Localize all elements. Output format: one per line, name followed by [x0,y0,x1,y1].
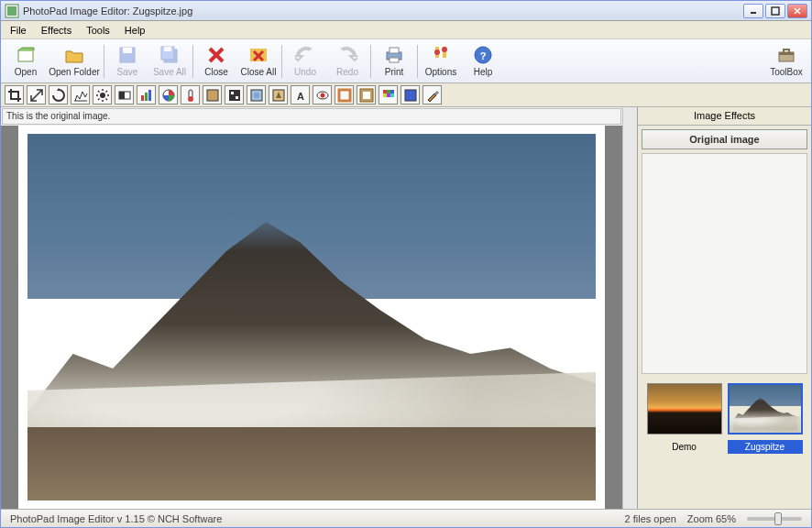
help-icon: ? [473,45,493,65]
photo-image [27,134,596,500]
contrast-tool[interactable] [115,85,134,104]
crop-tool[interactable] [5,85,24,104]
menu-effects[interactable]: Effects [34,23,79,38]
filter-sharpen-tool[interactable] [269,85,288,104]
options-button[interactable]: Options [420,41,462,82]
svg-rect-8 [123,48,132,53]
status-zoom: Zoom 65% [682,513,741,524]
status-files-open: 2 files open [620,513,682,524]
svg-rect-40 [141,95,144,101]
close-file-button[interactable]: Close [195,41,237,82]
svg-rect-60 [387,90,390,94]
vertical-scrollbar[interactable] [622,107,637,509]
svg-text:?: ? [480,50,487,61]
hue-tool[interactable] [159,85,178,104]
save-icon [117,45,137,65]
close-x-icon [206,45,226,65]
save-all-button[interactable]: Save All [148,41,191,82]
redo-icon [337,45,357,65]
svg-rect-61 [390,90,394,94]
frame-tool[interactable] [357,85,376,104]
redo-button[interactable]: Redo [326,41,368,82]
svg-line-35 [105,98,107,100]
status-version: PhotoPad Image Editor v 1.15 © NCH Softw… [5,513,227,524]
original-image-box[interactable]: Original image [642,129,807,149]
close-all-button[interactable]: Close All [237,41,280,82]
svg-rect-1 [7,6,16,16]
svg-point-23 [442,47,447,52]
help-button[interactable]: ? Help [462,41,504,82]
status-bar: PhotoPad Image Editor v 1.15 © NCH Softw… [1,509,811,527]
svg-rect-63 [387,94,390,97]
right-panel: Image Effects Original image Demo Zugspi… [637,107,811,509]
zoom-slider-thumb[interactable] [774,512,782,525]
levels-tool[interactable] [71,85,90,104]
menu-file[interactable]: File [3,23,34,38]
print-icon [384,45,404,65]
secondary-toolbar: A [1,83,811,107]
svg-line-34 [98,91,100,93]
thumbnail-demo[interactable] [647,383,722,434]
svg-line-36 [98,98,100,100]
undo-icon [295,45,315,65]
zoom-slider[interactable] [747,517,802,521]
svg-rect-58 [363,92,370,99]
svg-point-51 [254,93,259,98]
thumbnail-demo-label[interactable]: Demo [647,440,722,454]
thumbnail-zugspitze-label[interactable]: Zugspitze [728,440,803,454]
close-button[interactable] [787,4,807,18]
canvas[interactable] [1,126,622,509]
brush-tool[interactable] [422,85,442,104]
maximize-button[interactable] [765,4,785,18]
temperature-tool[interactable] [181,85,200,104]
resize-tool[interactable] [27,85,46,104]
title-bar: PhotoPad Image Editor: Zugspitze.jpg [1,1,811,21]
main-toolbar: Open Open Folder Save Save All Close Clo… [1,39,811,83]
svg-point-55 [320,93,324,97]
minimize-button[interactable] [743,4,763,18]
filter-blur-tool[interactable] [247,85,266,104]
svg-rect-42 [148,90,151,101]
content-area: This is the original image. Image Effect… [1,107,811,509]
svg-rect-19 [390,58,399,62]
text-tool[interactable]: A [291,85,310,104]
window-title: PhotoPad Image Editor: Zugspitze.jpg [23,6,743,16]
svg-rect-56 [339,90,350,101]
save-button[interactable]: Save [106,41,148,82]
svg-point-45 [188,96,193,102]
filter-negative-tool[interactable] [225,85,244,104]
canvas-wrap: This is the original image. [1,107,622,509]
svg-rect-46 [207,90,218,101]
brightness-tool[interactable] [93,85,112,104]
mosaic-tool[interactable] [379,85,398,104]
open-folder-icon [64,45,84,65]
thumbnail-zugspitze[interactable] [728,383,803,434]
menu-help[interactable]: Help [117,23,153,38]
filter-sepia-tool[interactable] [203,85,222,104]
print-button[interactable]: Print [373,41,415,82]
svg-rect-49 [236,96,238,99]
effects-list [642,153,807,374]
menu-bar: File Effects Tools Help [1,21,811,39]
redeye-tool[interactable] [313,85,332,104]
open-folder-button[interactable]: Open Folder [47,41,102,82]
app-icon [5,4,19,18]
open-button[interactable]: Open [5,41,47,82]
info-bar: This is the original image. [2,108,621,125]
svg-rect-41 [145,93,148,101]
undo-button[interactable]: Undo [284,41,326,82]
color-bars-tool[interactable] [137,85,156,104]
menu-tools[interactable]: Tools [79,23,117,38]
border-tool[interactable] [335,85,354,104]
fill-tool[interactable] [401,85,420,104]
svg-rect-65 [405,90,416,101]
rotate-tool[interactable] [49,85,68,104]
thumbnail-strip [638,378,811,440]
effects-header: Image Effects [638,107,811,126]
svg-point-22 [434,50,440,55]
save-all-icon [159,45,180,65]
toolbox-button[interactable]: ToolBox [765,41,807,82]
svg-rect-59 [383,90,387,94]
svg-rect-64 [390,94,394,97]
close-all-icon [248,45,269,65]
